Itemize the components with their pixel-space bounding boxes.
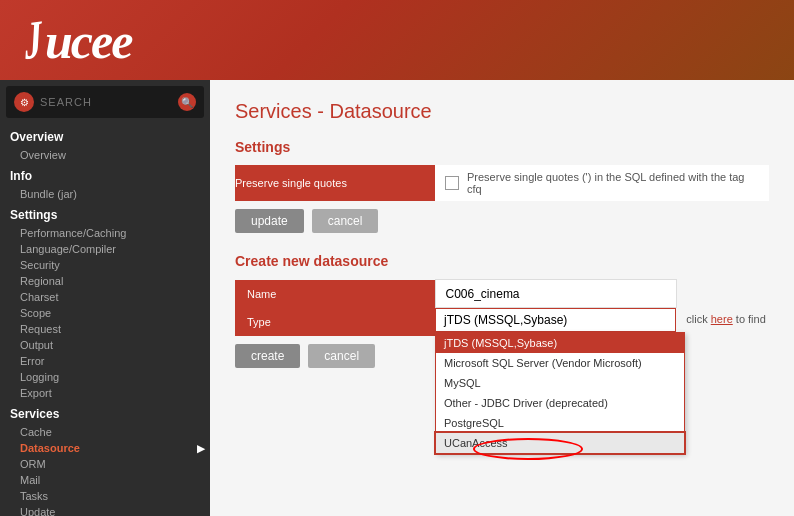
name-input-cell bbox=[435, 280, 676, 308]
sidebar-section-info: Info bbox=[0, 163, 210, 186]
type-label: Type bbox=[235, 308, 435, 336]
sidebar-item-performance[interactable]: Performance/Caching bbox=[0, 225, 210, 241]
sidebar-item-mail[interactable]: Mail bbox=[0, 472, 210, 488]
sidebar-item-orm[interactable]: ORM bbox=[0, 456, 210, 472]
preserve-quotes-label: Preserve single quotes bbox=[235, 165, 435, 201]
dd-item-jtds[interactable]: jTDS (MSSQL,Sybase) bbox=[436, 333, 684, 353]
sidebar-section-settings: Settings bbox=[0, 202, 210, 225]
settings-section-title: Settings bbox=[235, 139, 769, 155]
sidebar-item-overview[interactable]: Overview bbox=[0, 147, 210, 163]
sidebar-item-update[interactable]: Update bbox=[0, 504, 210, 516]
search-input[interactable] bbox=[40, 96, 178, 108]
create-section-title: Create new datasource bbox=[235, 253, 769, 269]
dd-item-postgresql[interactable]: PostgreSQL bbox=[436, 413, 684, 433]
dd-item-other-jdbc[interactable]: Other - JDBC Driver (deprecated) bbox=[436, 393, 684, 413]
hint-prefix: click bbox=[686, 313, 710, 325]
sidebar-section-services: Services bbox=[0, 401, 210, 424]
sidebar-item-datasource[interactable]: Datasource bbox=[0, 440, 210, 456]
type-selected-value: jTDS (MSSQL,Sybase) bbox=[444, 313, 567, 327]
type-dropdown[interactable]: jTDS (MSSQL,Sybase) jTDS (MSSQL,Sybase) … bbox=[435, 308, 676, 332]
sidebar-item-export[interactable]: Export bbox=[0, 385, 210, 401]
hint-suffix: to find bbox=[733, 313, 766, 325]
sidebar-item-error[interactable]: Error bbox=[0, 353, 210, 369]
type-hint-cell: click here to find bbox=[676, 308, 769, 336]
settings-cancel-button[interactable]: cancel bbox=[312, 209, 379, 233]
create-datasource-table: Name Type jTDS (MSSQL,Sybase) jTDS (MSSQ… bbox=[235, 279, 769, 336]
page-title: Services - Datasource bbox=[235, 100, 769, 123]
search-button[interactable]: 🔍 bbox=[178, 93, 196, 111]
sidebar-item-security[interactable]: Security bbox=[0, 257, 210, 273]
settings-table: Preserve single quotes Preserve single q… bbox=[235, 165, 769, 201]
dd-item-ucanaccess[interactable]: UCanAccess bbox=[436, 433, 684, 453]
dd-item-mysql[interactable]: MySQL bbox=[436, 373, 684, 393]
sidebar-item-language[interactable]: Language/Compiler bbox=[0, 241, 210, 257]
logo: Jucee bbox=[20, 9, 131, 71]
name-row: Name bbox=[235, 280, 769, 308]
type-dropdown-cell: jTDS (MSSQL,Sybase) jTDS (MSSQL,Sybase) … bbox=[435, 308, 676, 336]
header: Jucee bbox=[0, 0, 794, 80]
settings-buttons: update cancel bbox=[235, 209, 769, 233]
sidebar-item-bundle[interactable]: Bundle (jar) bbox=[0, 186, 210, 202]
sidebar-item-request[interactable]: Request bbox=[0, 321, 210, 337]
sidebar-item-regional[interactable]: Regional bbox=[0, 273, 210, 289]
hint-link[interactable]: here bbox=[711, 313, 733, 325]
sidebar-item-cache[interactable]: Cache bbox=[0, 424, 210, 440]
sidebar-item-logging[interactable]: Logging bbox=[0, 369, 210, 385]
create-button[interactable]: create bbox=[235, 344, 300, 368]
sidebar-item-tasks[interactable]: Tasks bbox=[0, 488, 210, 504]
main-content: Services - Datasource Settings Preserve … bbox=[210, 80, 794, 516]
name-input[interactable] bbox=[442, 285, 662, 303]
name-label: Name bbox=[235, 280, 435, 308]
sidebar-item-scope[interactable]: Scope bbox=[0, 305, 210, 321]
type-dropdown-trigger[interactable]: jTDS (MSSQL,Sybase) bbox=[435, 308, 676, 332]
preserve-quotes-checkbox[interactable] bbox=[445, 176, 459, 190]
search-bar[interactable]: 🔍 bbox=[6, 86, 204, 118]
search-icon bbox=[14, 92, 34, 112]
sidebar-section-overview: Overview bbox=[0, 124, 210, 147]
preserve-quotes-description: Preserve single quotes (') in the SQL de… bbox=[467, 171, 759, 195]
dd-item-mssql[interactable]: Microsoft SQL Server (Vendor Microsoft) bbox=[436, 353, 684, 373]
sidebar: 🔍 Overview Overview Info Bundle (jar) Se… bbox=[0, 80, 210, 516]
type-dropdown-list: jTDS (MSSQL,Sybase) Microsoft SQL Server… bbox=[435, 332, 685, 454]
main-layout: 🔍 Overview Overview Info Bundle (jar) Se… bbox=[0, 80, 794, 516]
create-cancel-button[interactable]: cancel bbox=[308, 344, 375, 368]
update-button[interactable]: update bbox=[235, 209, 304, 233]
type-row: Type jTDS (MSSQL,Sybase) jTDS (MSSQL,Syb… bbox=[235, 308, 769, 336]
settings-row-preserve: Preserve single quotes Preserve single q… bbox=[235, 165, 769, 201]
sidebar-item-charset[interactable]: Charset bbox=[0, 289, 210, 305]
sidebar-item-output[interactable]: Output bbox=[0, 337, 210, 353]
